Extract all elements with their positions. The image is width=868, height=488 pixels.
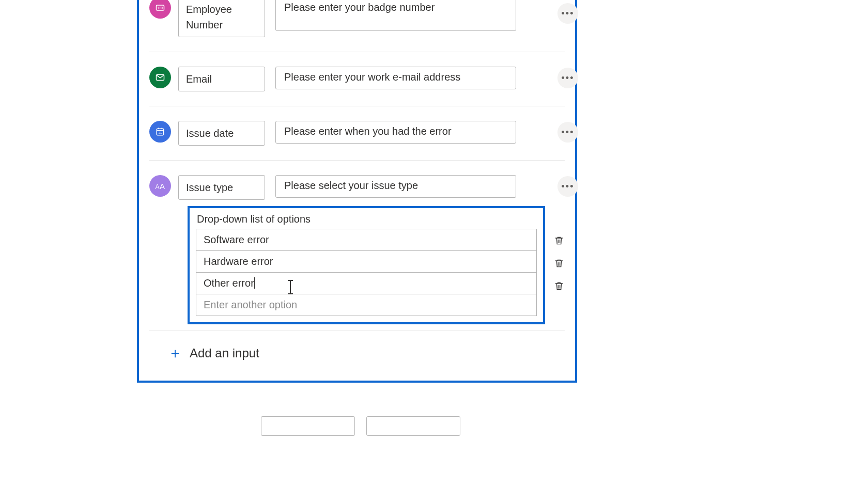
delete-option-button[interactable] (552, 279, 566, 293)
more-options-button[interactable]: ••• (557, 176, 578, 197)
svg-text:123: 123 (157, 6, 163, 10)
input-description-field[interactable]: Please enter your work e-mail address (275, 67, 516, 89)
more-options-button[interactable]: ••• (557, 122, 578, 143)
input-title-field[interactable]: Issue date (178, 121, 265, 146)
ellipsis-icon: ••• (562, 73, 575, 84)
more-options-button[interactable]: ••• (557, 3, 578, 24)
trash-icon (554, 235, 564, 246)
dropdown-option-text: Other error (204, 277, 254, 289)
ellipsis-icon: ••• (562, 181, 575, 192)
text-type-icon: AA (149, 175, 171, 197)
input-description-field[interactable]: Please enter your badge number (275, 0, 516, 31)
input-row-email: Email Please enter your work e-mail addr… (149, 52, 565, 106)
delete-option-button[interactable] (552, 234, 566, 247)
input-title-field[interactable]: Employee Number (178, 0, 265, 37)
dropdown-delete-column (552, 234, 566, 293)
inputs-container: 123 Employee Number Please enter your ba… (139, 0, 575, 330)
ellipsis-icon: ••• (562, 8, 575, 19)
ghost-button[interactable] (261, 416, 355, 436)
input-title-field[interactable]: Email (178, 67, 265, 91)
more-options-button[interactable]: ••• (557, 68, 578, 88)
delete-option-button[interactable] (552, 257, 566, 270)
input-description-field[interactable]: Please select your issue type (275, 175, 516, 198)
input-title-field[interactable]: Issue type (178, 175, 265, 200)
dropdown-option-input[interactable]: Software error (196, 229, 537, 251)
add-input-label: Add an input (190, 346, 259, 360)
bottom-button-row (261, 416, 460, 436)
dropdown-options-panel: Drop-down list of options Software error… (188, 206, 545, 324)
ghost-button[interactable] (366, 416, 460, 436)
trigger-card: 123 Employee Number Please enter your ba… (137, 0, 577, 383)
plus-icon: ＋ (168, 343, 180, 363)
date-type-icon: 21 (149, 121, 171, 143)
trash-icon (554, 258, 564, 269)
email-type-icon (149, 67, 171, 88)
input-row-employee-number: 123 Employee Number Please enter your ba… (149, 0, 565, 52)
input-description-field[interactable]: Please enter when you had the error (275, 121, 516, 144)
input-row-issue-date: 21 Issue date Please enter when you had … (149, 106, 565, 161)
dropdown-add-option-input[interactable]: Enter another option (196, 294, 537, 316)
add-input-button[interactable]: ＋ Add an input (149, 330, 565, 381)
trash-icon (554, 280, 564, 292)
number-type-icon: 123 (149, 0, 171, 19)
input-row-issue-type: AA Issue type Please select your issue t… (149, 161, 565, 330)
dropdown-option-input[interactable]: Other error (196, 272, 537, 294)
dropdown-options-title: Drop-down list of options (196, 213, 537, 225)
svg-text:21: 21 (159, 131, 162, 134)
ellipsis-icon: ••• (562, 127, 575, 138)
dropdown-option-input[interactable]: Hardware error (196, 250, 537, 273)
